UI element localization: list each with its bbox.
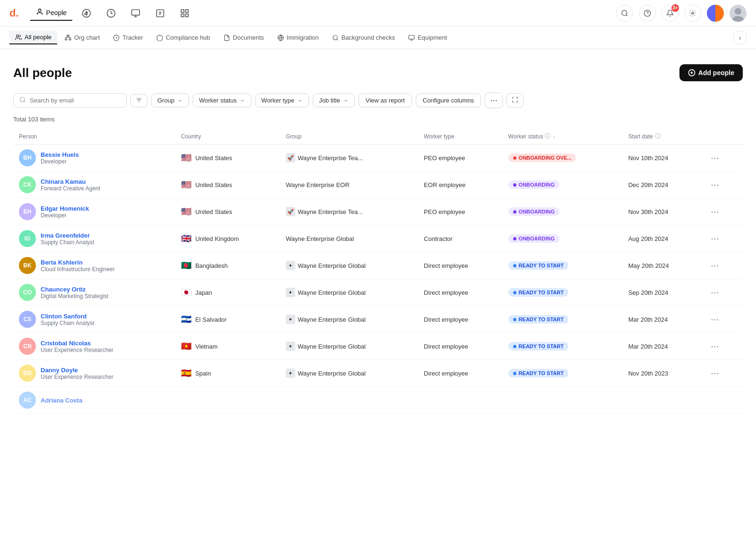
person-name[interactable]: Bessie Huels: [41, 151, 79, 158]
svg-rect-5: [181, 9, 184, 12]
subnav-background-checks[interactable]: Background checks: [326, 31, 401, 44]
person-avatar: IG: [19, 230, 36, 247]
row-actions-cell: ⋯: [701, 225, 743, 252]
person-name[interactable]: Adriana Costa: [41, 397, 82, 404]
svg-rect-16: [67, 35, 69, 36]
expand-button[interactable]: [507, 93, 524, 108]
worker-status-dropdown[interactable]: Worker status: [193, 94, 251, 107]
row-more-button[interactable]: ⋯: [707, 285, 723, 299]
country-cell: 🇺🇸United States: [175, 198, 280, 225]
subnav-tracker[interactable]: Tracker: [107, 31, 149, 44]
row-more-button[interactable]: ⋯: [707, 312, 723, 326]
group-name: Wayne Enterprise Global: [298, 289, 366, 296]
col-worker-status: Worker status ⓘ ↑: [503, 128, 623, 145]
subnav-documents[interactable]: Documents: [218, 31, 270, 44]
person-avatar: CO: [19, 284, 36, 301]
person-role: Supply Chain Analyst: [41, 239, 94, 246]
person-name[interactable]: Chauncey Ortiz: [41, 286, 108, 293]
person-name[interactable]: Edgar Homenick: [41, 205, 89, 212]
row-more-button[interactable]: ⋯: [707, 258, 723, 273]
subnav-compliance-hub-label: Compliance hub: [166, 34, 210, 41]
status-badge: READY TO START: [508, 342, 568, 351]
person-avatar: CN: [19, 338, 36, 355]
status-dot: [513, 210, 516, 214]
person-name[interactable]: Chinara Kamau: [41, 178, 100, 185]
row-more-button[interactable]: ⋯: [707, 178, 723, 192]
subnav-tracker-label: Tracker: [122, 34, 143, 41]
start-date-cell: Dec 20th 2024: [623, 171, 702, 198]
nav-device[interactable]: [125, 6, 146, 21]
job-title-dropdown[interactable]: Job title: [313, 94, 355, 107]
person-role: User Experience Researcher: [41, 347, 113, 353]
svg-rect-7: [181, 14, 184, 17]
top-nav: d. People 3+: [0, 0, 756, 26]
person-name[interactable]: Clinton Sanford: [41, 313, 94, 320]
add-people-button[interactable]: Add people: [679, 64, 743, 81]
filter-button[interactable]: [130, 94, 147, 107]
table-row: DD Danny Doyle User Experience Researche…: [13, 360, 743, 387]
person-name[interactable]: Irma Greenfelder: [41, 232, 94, 239]
nav-compensation[interactable]: [76, 6, 97, 21]
row-more-button[interactable]: ⋯: [707, 151, 723, 165]
start-date-cell: Aug 20th 2024: [623, 225, 702, 252]
user-avatar-pie[interactable]: [707, 5, 724, 22]
table-row: IG Irma Greenfelder Supply Chain Analyst…: [13, 225, 743, 252]
row-actions-cell: ⋯: [701, 171, 743, 198]
toolbar-more-button[interactable]: ⋯: [485, 93, 503, 108]
group-dropdown[interactable]: Group: [151, 94, 189, 107]
subnav-more-button[interactable]: ›: [733, 31, 747, 44]
user-avatar[interactable]: [730, 5, 747, 22]
country-flag: 🇺🇸: [181, 153, 191, 163]
row-more-button[interactable]: ⋯: [707, 366, 723, 380]
group-cell: ✦Wayne Enterprise Global: [280, 333, 418, 360]
row-actions-cell: ⋯: [701, 306, 743, 333]
country-name: El Salvador: [195, 316, 226, 323]
settings-button[interactable]: [684, 5, 701, 22]
col-actions: [701, 128, 743, 145]
row-more-button[interactable]: ⋯: [707, 205, 723, 219]
person-name[interactable]: Cristobal Nicolas: [41, 340, 113, 347]
nav-grid[interactable]: [174, 6, 195, 21]
col-worker-type: Worker type: [418, 128, 503, 145]
person-role: Digital Marketing Strategist: [41, 293, 108, 299]
subnav-equipment[interactable]: Equipment: [403, 31, 453, 44]
row-actions-cell: ⋯: [701, 360, 743, 387]
country-cell: 🇸🇻El Salvador: [175, 306, 280, 333]
status-badge: READY TO START: [508, 261, 568, 270]
person-name[interactable]: Berta Kshlerin: [41, 259, 115, 266]
worker-type-dropdown[interactable]: Worker type: [255, 94, 309, 107]
nav-people[interactable]: People: [30, 5, 73, 21]
row-more-button[interactable]: ⋯: [707, 231, 723, 246]
notifications-button[interactable]: 3+: [662, 5, 679, 22]
nav-time[interactable]: [101, 6, 121, 21]
subnav-equipment-label: Equipment: [418, 34, 447, 41]
country-name: United States: [195, 208, 232, 215]
app-logo[interactable]: d.: [9, 7, 19, 19]
view-report-button[interactable]: View as report: [359, 94, 412, 107]
group-cell: [280, 387, 418, 414]
group-name: Wayne Enterprise Global: [286, 235, 354, 242]
help-button[interactable]: [639, 5, 656, 22]
configure-columns-button[interactable]: Configure columns: [416, 94, 481, 107]
subnav-compliance-hub[interactable]: Compliance hub: [151, 31, 216, 44]
person-cell-chinara-kamau: CK Chinara Kamau Forward Creative Agent: [13, 171, 175, 198]
table-header-row: Person Country Group Worker type Worker …: [13, 128, 743, 145]
country-name: United Kingdom: [195, 235, 239, 242]
nav-chart[interactable]: [150, 6, 171, 21]
person-name[interactable]: Danny Doyle: [41, 367, 113, 374]
subnav-immigration[interactable]: Immigration: [272, 31, 325, 44]
group-cell: 🚀Wayne Enterprise Tea...: [280, 198, 418, 225]
subnav-all-people[interactable]: All people: [9, 31, 57, 44]
search-wrap: [13, 93, 127, 108]
country-cell: 🇯🇵Japan: [175, 279, 280, 306]
subnav-org-chart[interactable]: Org chart: [59, 31, 105, 44]
search-button[interactable]: [616, 5, 633, 22]
sort-icon[interactable]: ↑: [552, 134, 555, 139]
table-row: AC Adriana Costa: [13, 387, 743, 414]
row-more-button[interactable]: ⋯: [707, 339, 723, 353]
search-input[interactable]: [30, 97, 120, 104]
person-avatar: CK: [19, 176, 36, 193]
col-country: Country: [175, 128, 280, 145]
group-name: Wayne Enterprise Tea...: [298, 208, 363, 215]
worker-type-cell: [418, 387, 503, 414]
